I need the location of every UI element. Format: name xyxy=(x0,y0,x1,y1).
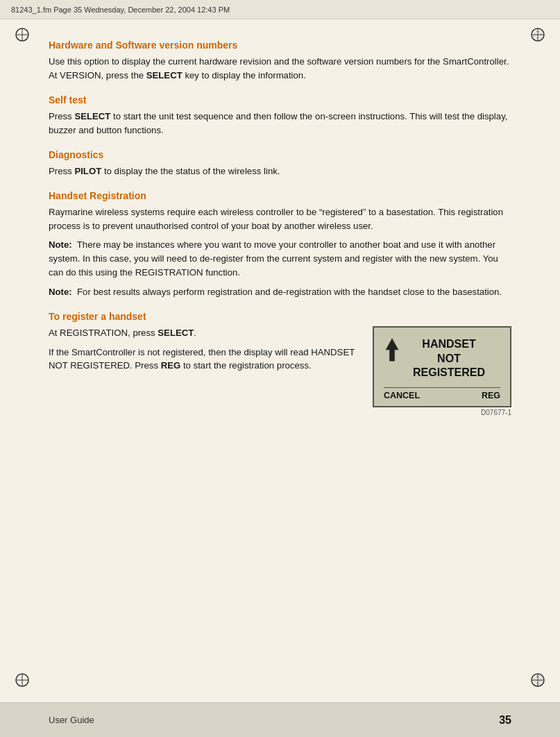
page-footer: User Guide 35 xyxy=(0,702,560,737)
para-hardware-software: Use this option to display the current h… xyxy=(49,55,511,83)
footer-label: User Guide xyxy=(49,715,94,725)
para-register-2: If the SmartController is not registered… xyxy=(49,346,359,373)
heading-diagnostics: Diagnostics xyxy=(49,149,511,161)
cancel-label: CANCEL xyxy=(384,391,420,400)
page: 81243_1.fm Page 35 Wednesday, December 2… xyxy=(0,0,560,737)
reg-label: REG xyxy=(482,391,500,400)
heading-handset-registration: Handset Registration xyxy=(49,189,511,202)
heading-hardware-software: Hardware and Software version numbers xyxy=(49,39,511,51)
note1-label: Note: xyxy=(49,239,72,250)
note2: Note: For best results always perform re… xyxy=(49,285,511,299)
device-id: D07677-1 xyxy=(373,409,511,416)
signal-icon xyxy=(382,337,402,362)
heading-self-test: Self test xyxy=(49,94,511,106)
note1: Note: There may be instances where you w… xyxy=(49,238,511,279)
top-bar: 81243_1.fm Page 35 Wednesday, December 2… xyxy=(0,0,560,19)
page-number: 35 xyxy=(499,714,511,727)
device-mockup-col: HANDSET NOT REGISTERED CANCEL REG D07677… xyxy=(373,326,511,416)
para-self-test: Press SELECT to start the unit test sequ… xyxy=(49,110,511,137)
file-info: 81243_1.fm Page 35 Wednesday, December 2… xyxy=(11,6,230,14)
device-screen-footer: CANCEL REG xyxy=(384,387,500,400)
para-handset-registration: Raymarine wireless systems require each … xyxy=(49,205,511,233)
device-screen: HANDSET NOT REGISTERED CANCEL REG xyxy=(373,326,511,407)
main-content: Hardware and Software version numbers Us… xyxy=(0,19,560,702)
register-section-layout: At REGISTRATION, press SELECT. If the Sm… xyxy=(49,326,511,416)
register-text-col: At REGISTRATION, press SELECT. If the Sm… xyxy=(49,326,359,378)
svg-marker-14 xyxy=(386,339,398,361)
heading-register-handset: To register a handset xyxy=(49,310,511,323)
note2-label: Note: xyxy=(49,287,72,297)
para-diagnostics: Press PILOT to display the the status of… xyxy=(49,164,511,178)
para-register-1: At REGISTRATION, press SELECT. xyxy=(49,326,359,340)
